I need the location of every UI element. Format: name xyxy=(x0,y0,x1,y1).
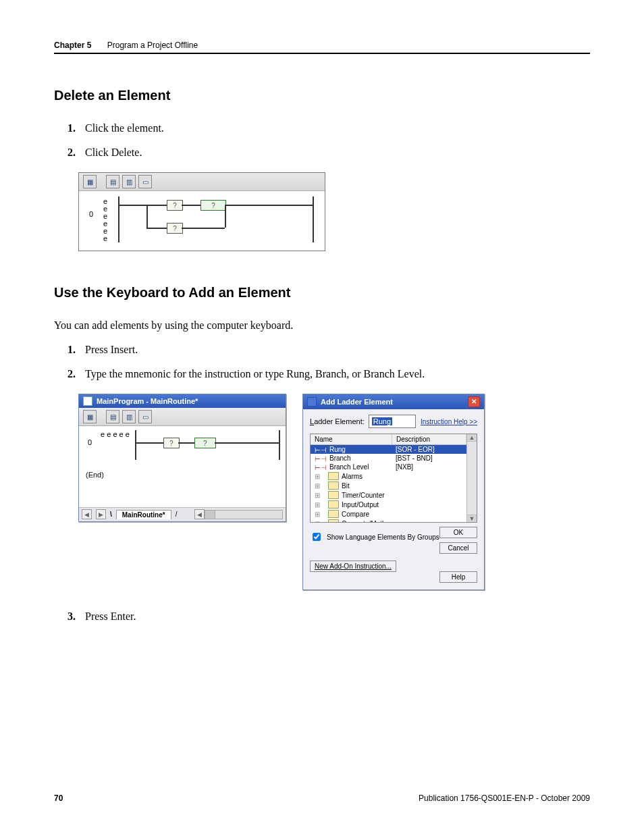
step-number: 1. xyxy=(68,122,85,134)
toolbar-button[interactable]: ▥ xyxy=(122,175,136,188)
end-rung-label: (End) xyxy=(86,471,280,479)
toolbar-button[interactable]: ▤ xyxy=(106,410,119,423)
tab-mainroutine[interactable]: MainRoutine* xyxy=(116,510,171,519)
ladder-toolbar: ▦ ▤ ▥ ▭ xyxy=(79,408,286,426)
intro-text: You can add elements by using the comput… xyxy=(54,319,590,332)
ladder-canvas: 0 e e e e e ? ? xyxy=(79,426,286,507)
selected-instruction[interactable]: ? xyxy=(194,438,216,448)
list-item: 2. Type the mnemonic for the instruction… xyxy=(68,368,590,380)
toolbar-button[interactable]: ▥ xyxy=(122,410,136,423)
list-item: 1. Click the element. xyxy=(68,122,590,134)
list-item: 3. Press Enter. xyxy=(68,610,590,623)
step-text: Press Insert. xyxy=(85,344,590,356)
edit-marks: e e e e e e xyxy=(103,197,107,242)
dialog-icon xyxy=(307,397,317,407)
step-text: Type the mnemonic for the instruction or… xyxy=(85,368,590,380)
expand-icon[interactable]: ⊞ xyxy=(315,520,321,522)
heading-keyboard-add: Use the Keyboard to Add an Element xyxy=(54,285,590,301)
list-row-alarms[interactable]: ⊞ Alarms xyxy=(311,471,466,481)
expand-icon[interactable]: ⊞ xyxy=(315,511,321,517)
window-title: MainProgram - MainRoutine* xyxy=(97,397,198,405)
folder-icon xyxy=(328,491,339,499)
ok-button[interactable]: OK xyxy=(439,527,477,538)
step-number: 3. xyxy=(68,610,85,623)
element-list[interactable]: Name Description ⊢⊣ Rung [SOR - EOR] ⊢⊣ xyxy=(310,434,477,523)
ladder-toolbar: ▦ ▤ ▥ ▭ xyxy=(79,173,325,191)
step-number: 1. xyxy=(68,344,85,356)
expand-icon[interactable]: ⊞ xyxy=(315,501,321,508)
tab-strip: ◀ ▶ \ MainRoutine* / ◀ xyxy=(79,507,286,521)
show-groups-label: Show Language Elements By Groups xyxy=(327,533,439,541)
publication-id: Publication 1756-QS001E-EN-P - October 2… xyxy=(419,793,590,803)
list-row-timer-counter[interactable]: ⊞ Timer/Counter xyxy=(311,490,466,500)
add-ladder-element-dialog: Add Ladder Element ✕ Ladder Element: Run… xyxy=(302,394,485,590)
list-item: 2. Click Delete. xyxy=(68,147,590,159)
ladder-element-value: Rung xyxy=(372,417,392,425)
toolbar-button[interactable]: ▤ xyxy=(106,175,119,188)
steps-keyboard-b: 3. Press Enter. xyxy=(68,610,590,623)
list-scrollbar[interactable]: ▲ ▼ xyxy=(466,434,477,522)
rung-number: 0 xyxy=(86,197,97,242)
scroll-up-icon[interactable]: ▲ xyxy=(467,434,477,442)
figure-add-element: MainProgram - MainRoutine* ▦ ▤ ▥ ▭ 0 e e… xyxy=(78,394,590,590)
col-description: Description xyxy=(392,434,466,444)
folder-icon xyxy=(328,481,339,490)
toolbar-button[interactable]: ▦ xyxy=(83,175,97,188)
ladder-rails: ? ? ? xyxy=(118,197,314,242)
ladder-rails: ? ? xyxy=(135,430,280,460)
ladder-element-input[interactable]: Rung xyxy=(369,415,416,428)
figure-ladder-delete: ▦ ▤ ▥ ▭ 0 e e e e e e xyxy=(78,172,590,251)
chapter-label: Chapter 5 xyxy=(54,41,91,50)
running-header: Chapter 5 Program a Project Offline xyxy=(54,41,590,50)
list-row-input-output[interactable]: ⊞ Input/Output xyxy=(311,500,466,509)
list-item: 1. Press Insert. xyxy=(68,344,590,356)
folder-icon xyxy=(328,519,339,522)
expand-icon[interactable]: ⊞ xyxy=(315,473,321,479)
scroll-down-icon[interactable]: ▼ xyxy=(467,515,477,522)
list-row-branch-level[interactable]: ⊢⊣ Branch Level [NXB] xyxy=(311,463,466,471)
xic-instruction[interactable]: ? xyxy=(167,223,183,234)
new-addon-instruction-button[interactable]: New Add-On Instruction... xyxy=(310,561,396,572)
header-rule xyxy=(54,53,590,54)
expand-icon[interactable]: ⊞ xyxy=(315,482,321,489)
rung-number: 0 xyxy=(84,430,95,446)
toolbar-button[interactable]: ▭ xyxy=(138,175,152,188)
page-number: 70 xyxy=(54,793,63,803)
step-number: 2. xyxy=(68,368,85,380)
routine-icon xyxy=(83,396,92,406)
expand-icon[interactable]: ⊞ xyxy=(315,492,321,498)
list-row-compute-math[interactable]: ⊞ Compute/Math xyxy=(311,519,466,522)
toolbar-button[interactable]: ▭ xyxy=(138,410,152,423)
xic-instruction[interactable]: ? xyxy=(167,200,183,211)
step-text: Press Enter. xyxy=(85,610,590,623)
toolbar-button[interactable]: ▦ xyxy=(83,410,97,423)
folder-icon xyxy=(328,500,339,509)
branch-icon: ⊢⊣ xyxy=(315,455,327,462)
folder-icon xyxy=(328,472,339,480)
instruction-help-link[interactable]: Instruction Help >> xyxy=(421,418,477,425)
ladder-editor-window: MainProgram - MainRoutine* ▦ ▤ ▥ ▭ 0 e e… xyxy=(78,394,286,522)
selected-instruction[interactable]: ? xyxy=(200,200,226,211)
list-row-branch[interactable]: ⊢⊣ Branch [BST - BND] xyxy=(311,454,466,463)
list-row-compare[interactable]: ⊞ Compare xyxy=(311,509,466,519)
scroll-left-icon[interactable]: ◀ xyxy=(194,509,205,519)
list-row-bit[interactable]: ⊞ Bit xyxy=(311,481,466,490)
col-name: Name xyxy=(311,434,392,444)
page-footer: 70 Publication 1756-QS001E-EN-P - Octobe… xyxy=(54,793,590,803)
cancel-button[interactable]: Cancel xyxy=(439,542,477,554)
branch-level-icon: ⊢⊣ xyxy=(315,464,327,471)
step-text: Click the element. xyxy=(85,122,590,134)
tab-nav-right-icon[interactable]: ▶ xyxy=(96,509,106,519)
dialog-title: Add Ladder Element xyxy=(321,398,393,406)
tab-nav-left-icon[interactable]: ◀ xyxy=(82,509,92,519)
chapter-title: Program a Project Offline xyxy=(107,41,198,50)
list-row-rung[interactable]: ⊢⊣ Rung [SOR - EOR] xyxy=(311,445,466,454)
show-groups-checkbox[interactable] xyxy=(313,533,321,541)
step-number: 2. xyxy=(68,147,85,159)
steps-delete: 1. Click the element. 2. Click Delete. xyxy=(68,122,590,159)
horizontal-scrollbar[interactable]: ◀ xyxy=(194,509,283,519)
help-button[interactable]: Help xyxy=(439,571,477,583)
xic-instruction[interactable]: ? xyxy=(163,438,180,448)
ladder-element-label: Ladder Element: xyxy=(310,417,365,425)
close-button[interactable]: ✕ xyxy=(468,396,480,407)
